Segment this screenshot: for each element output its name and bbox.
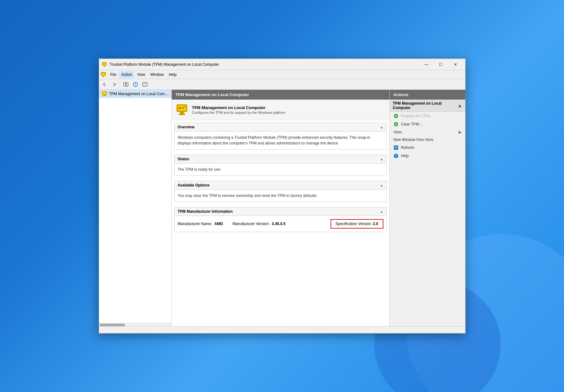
status-collapse-icon[interactable]: ▲: [380, 157, 383, 161]
manufacturer-name-value: AMD: [214, 222, 223, 226]
svg-rect-1: [103, 63, 106, 65]
manufacturer-version-label: Manufacturer Version: 3.45.0.5: [232, 222, 285, 226]
actions-header: Actions: [390, 90, 465, 100]
tree-scrollbar[interactable]: [99, 323, 171, 326]
specification-version-highlight: Specification Version: 2.0: [331, 219, 383, 229]
overview-section-header[interactable]: Overview ▲: [175, 123, 387, 132]
manufacturer-section: TPM Manufacturer Information ▲ Manufactu…: [174, 207, 387, 232]
svg-point-24: [179, 107, 180, 109]
properties-button[interactable]: [140, 80, 149, 89]
menu-bar: File Action View Window Help: [99, 70, 465, 79]
forward-button[interactable]: [110, 80, 119, 89]
overview-title: Overview: [178, 125, 195, 129]
manufacturer-section-header[interactable]: TPM Manufacturer Information ▲: [175, 207, 387, 216]
svg-rect-13: [143, 84, 146, 85]
available-options-title: Available Options: [178, 183, 210, 187]
svg-rect-14: [143, 85, 145, 86]
title-bar-icon: [102, 62, 107, 67]
status-body: The TPM is ready for use.: [175, 163, 387, 175]
show-hide-button[interactable]: [121, 80, 130, 89]
svg-rect-6: [103, 76, 104, 77]
info-title: TPM Management on Local Computer: [192, 105, 286, 110]
new-window-label: New Window from Here: [394, 138, 434, 142]
svg-rect-25: [182, 107, 185, 107]
tree-item-label: TPM Management on Local Compu: [109, 92, 169, 96]
view-label: View: [394, 130, 402, 134]
action-new-window[interactable]: New Window from Here: [390, 136, 465, 144]
svg-text:?: ?: [134, 83, 136, 86]
svg-rect-16: [102, 92, 106, 95]
refresh-icon: [394, 145, 399, 150]
status-bar: [99, 326, 465, 333]
clear-tpm-label: Clear TPM…: [401, 122, 423, 126]
actions-group-label: TPM Management on Local Computer: [393, 101, 458, 110]
info-block: TPM Management on Local Computer Configu…: [172, 100, 389, 120]
action-clear-tpm[interactable]: Clear TPM…: [390, 120, 465, 128]
specification-version-label: Specification Version:: [336, 222, 372, 226]
close-button[interactable]: ✕: [448, 60, 463, 69]
available-options-header[interactable]: Available Options ▲: [175, 181, 387, 190]
help-label: Help: [401, 154, 409, 158]
status-section: Status ▲ The TPM is ready for use.: [174, 155, 387, 176]
clear-tpm-icon: [394, 122, 399, 127]
action-prepare-tpm[interactable]: Prepare the TPM…: [390, 112, 465, 120]
back-button[interactable]: [100, 80, 109, 89]
tree-item-tpm[interactable]: TPM Management on Local Compu: [99, 90, 171, 98]
info-subtitle: Configures the TPM and its support by th…: [192, 111, 286, 114]
tree-empty-space: [99, 98, 171, 323]
refresh-label: Refresh: [401, 145, 414, 150]
tpm-info-icon: [176, 103, 188, 116]
manufacturer-title: TPM Manufacturer Information: [178, 209, 233, 214]
help-toolbar-button[interactable]: ?: [131, 80, 140, 89]
available-options-section: Available Options ▲ You may clear the TP…: [174, 181, 387, 202]
svg-rect-18: [103, 95, 106, 96]
manufacturer-name-label: Manufacturer Name: AMD: [178, 222, 223, 226]
overview-collapse-icon[interactable]: ▲: [380, 126, 383, 129]
tree-scrollbar-thumb[interactable]: [100, 324, 125, 326]
minimize-button[interactable]: —: [419, 60, 434, 69]
svg-rect-3: [103, 66, 105, 66]
maximize-button[interactable]: ☐: [434, 60, 448, 69]
manufacturer-collapse-icon[interactable]: ▲: [380, 210, 383, 213]
menu-help[interactable]: Help: [166, 71, 179, 78]
menu-window[interactable]: Window: [148, 71, 166, 78]
info-text-block: TPM Management on Local Computer Configu…: [192, 105, 286, 114]
manufacturer-version-value: 3.45.0.5: [272, 222, 285, 226]
app-icon: [100, 71, 107, 78]
action-help[interactable]: ? Help: [390, 152, 465, 160]
toolbar-separator-1: [120, 81, 120, 88]
prepare-tpm-icon: [394, 113, 399, 119]
toolbar: ?: [99, 79, 465, 90]
help-actions-icon: ?: [394, 153, 399, 158]
svg-rect-5: [102, 73, 105, 76]
actions-group-header[interactable]: TPM Management on Local Computer ▲: [390, 100, 465, 112]
main-area: TPM Management on Local Compu TPM Manage…: [99, 90, 465, 326]
menu-action[interactable]: Action: [119, 71, 134, 78]
view-submenu-arrow-icon: ▶: [459, 130, 462, 134]
menu-view[interactable]: View: [134, 71, 148, 78]
specification-version-value: 2.0: [373, 222, 378, 226]
status-title: Status: [178, 157, 189, 161]
title-bar-text: Trusted Platform Module (TPM) Management…: [110, 62, 419, 67]
tpm-tree-icon: [102, 91, 107, 97]
svg-rect-8: [126, 83, 128, 86]
svg-rect-29: [394, 145, 398, 150]
available-options-collapse-icon[interactable]: ▲: [380, 184, 383, 187]
overview-section: Overview ▲ Windows computers containing …: [174, 123, 387, 150]
status-section-header[interactable]: Status ▲: [175, 155, 387, 163]
content-header: TPM Management on Local Computer: [172, 90, 389, 100]
svg-rect-22: [179, 113, 185, 115]
overview-body: Windows computers containing a Trusted P…: [175, 132, 387, 149]
svg-rect-12: [143, 83, 146, 84]
menu-file[interactable]: File: [108, 71, 119, 78]
svg-rect-7: [124, 83, 126, 86]
action-view[interactable]: View ▶: [390, 128, 465, 136]
svg-text:?: ?: [395, 154, 397, 158]
action-refresh[interactable]: Refresh: [390, 144, 465, 152]
title-bar-controls: — ☐ ✕: [419, 60, 463, 69]
tree-panel: TPM Management on Local Compu: [99, 90, 172, 326]
manufacturer-row: Manufacturer Name: AMD Manufacturer Vers…: [175, 216, 387, 232]
content-panel: TPM Management on Local Computer: [172, 90, 389, 326]
main-window: Trusted Platform Module (TPM) Management…: [99, 58, 466, 334]
actions-group-collapse-icon[interactable]: ▲: [458, 103, 462, 108]
